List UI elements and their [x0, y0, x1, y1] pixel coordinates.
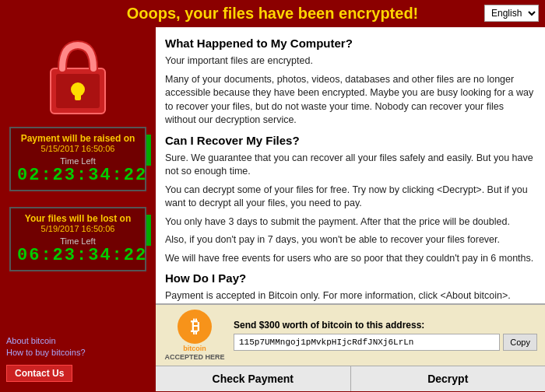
timer2-time-left-label: Time Left — [17, 236, 139, 246]
timer2-countdown: 06:23:34:22 — [17, 246, 139, 265]
bitcoin-logo: ₿ bitcoin ACCEPTED HERE — [164, 310, 226, 361]
decrypt-button[interactable]: Decrypt — [351, 366, 546, 391]
section2-para5: We will have free events for users who a… — [165, 252, 536, 266]
section3-para1: Payment is accepted in Bitcoin only. For… — [165, 289, 536, 303]
left-panel: Payment will be raised on 5/15/2017 16:5… — [0, 27, 156, 391]
timer1-raise-label: Payment will be raised on — [17, 133, 139, 144]
how-to-buy-link[interactable]: How to buy bitcoins? — [6, 348, 149, 357]
language-select[interactable]: English — [484, 5, 539, 22]
timer2-raise-label: Your files will be lost on — [17, 213, 139, 224]
about-bitcoin-link[interactable]: About bitcoin — [6, 336, 149, 345]
bitcoin-symbol: ₿ — [191, 317, 199, 337]
links-section: About bitcoin How to buy bitcoins? Conta… — [6, 336, 149, 385]
header-title: Ooops, your files have been encrypted! — [127, 5, 419, 22]
bitcoin-address-input[interactable] — [234, 334, 500, 351]
svg-rect-3 — [75, 89, 81, 100]
copy-button[interactable]: Copy — [503, 334, 537, 351]
section3-heading: How Do I Pay? — [165, 270, 536, 286]
timer-box-1: Payment will be raised on 5/15/2017 16:5… — [9, 127, 146, 199]
timer1-side-bar — [146, 135, 151, 166]
header: Ooops, your files have been encrypted! E… — [0, 0, 545, 27]
send-label: Send $300 worth of bitcoin to this addre… — [234, 320, 537, 331]
timer1-countdown: 02:23:34:22 — [17, 166, 139, 185]
section1-para2: Many of your documents, photos, videos, … — [165, 73, 536, 128]
contact-us-button[interactable]: Contact Us — [6, 365, 72, 382]
section2-heading: Can I Recover My Files? — [165, 132, 536, 149]
section2-para2: You can decrypt some of your files for f… — [165, 184, 536, 211]
timer1-time-left-label: Time Left — [17, 156, 139, 166]
timer-box-2: Your files will be lost on 5/19/2017 16:… — [9, 207, 146, 279]
timer2-date: 5/19/2017 16:50:06 — [17, 224, 139, 233]
section1-para1: Your important files are encrypted. — [165, 54, 536, 68]
section1-heading: What Happened to My Computer? — [165, 35, 536, 51]
section2-para3: You only have 3 days to submit the payme… — [165, 215, 536, 229]
content-area[interactable]: What Happened to My Computer? Your impor… — [156, 27, 545, 303]
check-payment-button[interactable]: Check Payment — [156, 366, 351, 391]
bottom-buttons: Check Payment Decrypt — [156, 366, 545, 391]
right-panel: What Happened to My Computer? Your impor… — [156, 27, 545, 391]
section2-para4: Also, if you don't pay in 7 days, you wo… — [165, 233, 536, 247]
main-layout: Payment will be raised on 5/15/2017 16:5… — [0, 27, 545, 391]
payment-section: ₿ bitcoin ACCEPTED HERE Send $300 worth … — [156, 303, 545, 366]
timer1-date: 5/15/2017 16:50:06 — [17, 144, 139, 153]
address-section: Send $300 worth of bitcoin to this addre… — [234, 320, 537, 351]
lock-icon — [39, 33, 117, 119]
address-row: Copy — [234, 334, 537, 351]
bitcoin-circle-icon: ₿ — [178, 310, 212, 344]
bitcoin-accepted-text: ACCEPTED HERE — [164, 353, 224, 361]
timer2-side-bar — [146, 215, 151, 246]
section2-para1: Sure. We guarantee that you can recover … — [165, 152, 536, 179]
bitcoin-text: bitcoin — [183, 345, 206, 353]
